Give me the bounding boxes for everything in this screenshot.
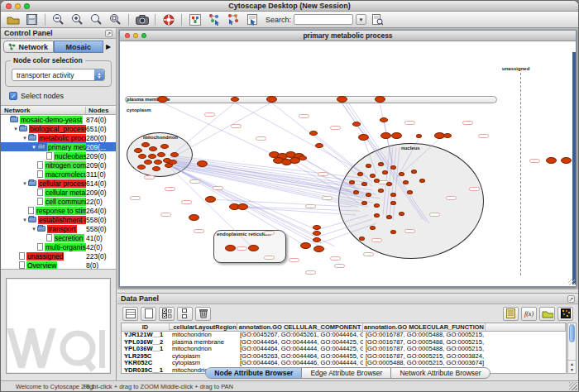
- network-node[interactable]: [248, 245, 259, 251]
- table-cell[interactable]: cytoplasm: [170, 353, 237, 361]
- table-cell[interactable]: [GO:0016787, GO:0005488, GO:0005215, G..…: [363, 346, 486, 353]
- network-node[interactable]: [160, 144, 169, 149]
- network-node[interactable]: [361, 182, 367, 186]
- table-cell[interactable]: YPL036W__1: [122, 346, 170, 353]
- tree-header-network[interactable]: Network: [1, 107, 86, 114]
- tree-row[interactable]: secretion41(0): [1, 233, 116, 242]
- network-node[interactable]: [309, 131, 318, 136]
- zoom-out-icon[interactable]: [50, 12, 67, 26]
- network-node[interactable]: [138, 154, 146, 159]
- network-node[interactable]: [386, 182, 392, 186]
- network-node[interactable]: [144, 160, 152, 165]
- tab-edge-attribute-browser[interactable]: Edge Attribute Browser: [302, 368, 391, 378]
- network-node[interactable]: [366, 164, 371, 168]
- tree-row[interactable]: Overview8(0): [1, 261, 116, 270]
- clear-attributes-icon[interactable]: [141, 307, 156, 321]
- network-node[interactable]: [382, 170, 388, 174]
- disclosure-triangle-icon[interactable]: ▼: [12, 127, 19, 131]
- export-icon[interactable]: [243, 12, 261, 26]
- tree-row[interactable]: nucleobase-209(0): [1, 151, 116, 160]
- network-node[interactable]: [378, 189, 384, 193]
- birdseye-view[interactable]: [6, 278, 111, 374]
- table-cell[interactable]: mitochondrion: [170, 332, 237, 339]
- import-network-icon[interactable]: [205, 12, 223, 26]
- table-cell[interactable]: [GO:0044464, GO:0044446, GO:0044444, G..…: [237, 360, 363, 367]
- zoom-fit-icon[interactable]: [88, 12, 105, 26]
- table-cell[interactable]: [GO:0005488, GO:0005215, GO:0003674]: [363, 360, 486, 367]
- network-node[interactable]: [189, 214, 199, 221]
- tree-row[interactable]: unassigned223(0): [1, 251, 116, 261]
- tree-row[interactable]: cellular metabol209(0): [1, 188, 116, 197]
- network-node[interactable]: [157, 152, 165, 157]
- table-cell[interactable]: plasma membrane: [170, 339, 237, 347]
- network-node[interactable]: [152, 166, 160, 171]
- select-all-attributes-icon[interactable]: [122, 307, 138, 321]
- table-cell[interactable]: YPL036W__2: [122, 339, 170, 347]
- tree-row[interactable]: multi-organism pro42(0): [1, 242, 116, 251]
- tree-row[interactable]: cell communicat22(0): [1, 197, 116, 206]
- network-node[interactable]: [386, 215, 392, 219]
- help-icon[interactable]: [160, 12, 177, 26]
- network-node[interactable]: [370, 226, 376, 230]
- float-data-panel-icon[interactable]: ↗: [567, 295, 575, 303]
- function-builder-icon[interactable]: f(x): [521, 307, 537, 321]
- import-network-web-icon[interactable]: [224, 12, 242, 26]
- vizmapper-icon[interactable]: [186, 12, 203, 26]
- scrollbar-thumb[interactable]: [569, 324, 575, 342]
- network-node[interactable]: [390, 201, 396, 205]
- network-node[interactable]: [231, 97, 239, 102]
- network-node[interactable]: [370, 174, 376, 178]
- network-node[interactable]: [358, 134, 369, 141]
- network-node[interactable]: [313, 246, 324, 252]
- disclosure-triangle-icon[interactable]: ▼: [31, 145, 37, 150]
- zoom-region-icon[interactable]: [107, 12, 124, 26]
- tree-row[interactable]: ▼primary metabol209(...: [1, 142, 116, 151]
- tree-header-nodes[interactable]: Nodes: [86, 107, 116, 114]
- network-node[interactable]: [375, 96, 385, 103]
- network-node[interactable]: [357, 172, 363, 176]
- network-node[interactable]: [225, 245, 236, 251]
- network-node[interactable]: [315, 143, 323, 148]
- network-node[interactable]: [170, 152, 179, 157]
- attribute-editor-icon[interactable]: [503, 307, 519, 321]
- column-header[interactable]: _cellularLayoutRegion: [170, 323, 237, 331]
- network-node[interactable]: [411, 170, 417, 174]
- network-node[interactable]: [361, 201, 367, 205]
- table-cell[interactable]: cytoplasm: [170, 360, 237, 367]
- search-input[interactable]: [294, 14, 353, 25]
- network-node[interactable]: [205, 196, 216, 203]
- network-frame-titlebar[interactable]: primary metabolic process: [120, 31, 576, 41]
- table-cell[interactable]: [GO:0044464, GO:0044444, GO:0044425, G..…: [237, 346, 363, 353]
- network-node[interactable]: [443, 133, 452, 138]
- open-session-icon[interactable]: [4, 12, 22, 26]
- network-node[interactable]: [300, 242, 311, 249]
- tree-row[interactable]: macromolecule311(0): [1, 170, 116, 179]
- network-node[interactable]: [137, 165, 146, 170]
- tree-row[interactable]: ▼biological_process651(0): [1, 124, 116, 133]
- save-session-icon[interactable]: [23, 12, 41, 26]
- network-node[interactable]: [390, 165, 396, 170]
- network-node[interactable]: [237, 203, 248, 210]
- network-node[interactable]: [313, 225, 321, 230]
- delete-attribute-icon[interactable]: [195, 307, 211, 321]
- table-cell[interactable]: [GO:0045263, GO:0044464, GO:0044455, G..…: [237, 353, 363, 361]
- tab-overflow-arrow-icon[interactable]: ▶: [103, 43, 113, 50]
- matrix-view-icon[interactable]: [557, 307, 573, 321]
- disclosure-triangle-icon[interactable]: ▼: [22, 136, 28, 141]
- network-node[interactable]: [378, 162, 384, 166]
- tree-row[interactable]: ▼metabolic process280(0): [1, 133, 116, 142]
- network-node[interactable]: [399, 172, 404, 176]
- network-node[interactable]: [134, 148, 142, 153]
- tab-network-attribute-browser[interactable]: Network Attribute Browser: [391, 368, 489, 378]
- frame-close-button[interactable]: [125, 33, 130, 38]
- network-node[interactable]: [149, 146, 157, 151]
- table-scrollbar[interactable]: ▲▼: [567, 323, 577, 374]
- table-row[interactable]: YPL036W__2plasma membrane[GO:0044464, GO…: [122, 339, 566, 347]
- table-row[interactable]: YLR295Ccytoplasm[GO:0045263, GO:0044464,…: [122, 353, 566, 361]
- table-cell[interactable]: [GO:0016787, GO:0005488, GO:0005215, G..…: [363, 332, 486, 339]
- float-panel-icon[interactable]: ↗: [105, 30, 112, 37]
- scroll-up-icon[interactable]: ▲: [570, 361, 574, 366]
- network-node[interactable]: [380, 117, 388, 122]
- network-node[interactable]: [154, 160, 162, 165]
- table-row[interactable]: YKR052Ccytoplasm[GO:0044464, GO:0044446,…: [122, 360, 566, 367]
